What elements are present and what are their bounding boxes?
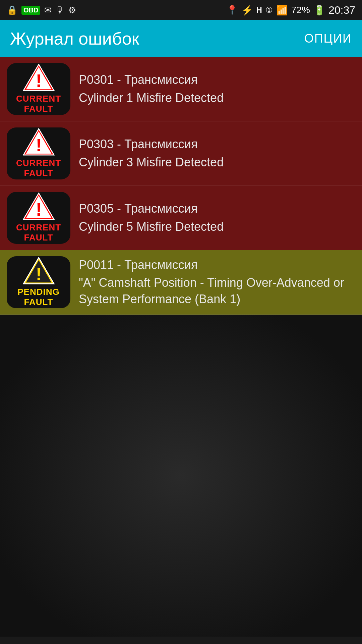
status-bar: 🔒 OBD ✉ 🎙 ⚙ 📍 ⚡ H ① 📶 72% 🔋 20:37 <box>0 0 362 20</box>
mic-icon: 🎙 <box>56 5 64 15</box>
mail-icon: ✉ <box>44 5 52 15</box>
location-icon: 📍 <box>226 5 238 16</box>
app-bar: Журнал ошибок ОПЦИИ <box>0 20 362 57</box>
options-button[interactable]: ОПЦИИ <box>304 32 352 46</box>
svg-text:!: ! <box>36 264 42 283</box>
warning-triangle-3: ! <box>23 193 55 220</box>
lock-icon: 🔒 <box>7 5 17 15</box>
badge-label-current-2: CURRENTFAULT <box>16 158 61 178</box>
fault-desc-3: Cylinder 5 Misfire Detected <box>79 219 355 235</box>
empty-background <box>0 315 362 637</box>
status-icons-left: 🔒 OBD ✉ 🎙 ⚙ <box>7 5 76 15</box>
svg-text:!: ! <box>36 199 42 219</box>
svg-text:!: ! <box>36 135 42 155</box>
fault-text-1: P0301 - Трансмиссия Cylinder 1 Misfire D… <box>79 72 355 106</box>
network-h-icon: H <box>256 5 262 15</box>
fault-desc-1: Cylinder 1 Misfire Detected <box>79 90 355 106</box>
warning-triangle-4: ! <box>23 257 55 284</box>
battery-percentage: 72% <box>291 5 310 15</box>
signal-icon: 📶 <box>276 5 288 16</box>
fault-badge-1: ! CURRENTFAULT <box>7 63 70 115</box>
app-title: Журнал ошибок <box>10 29 139 49</box>
fault-item-4[interactable]: ! PENDINGFAULT P0011 - Трансмиссия "A" C… <box>0 250 362 315</box>
warning-triangle-1: ! <box>23 64 55 91</box>
fault-item-3[interactable]: ! CURRENTFAULT P0305 - Трансмиссия Cylin… <box>0 186 362 250</box>
fault-code-4: P0011 - Трансмиссия <box>79 257 355 273</box>
fault-list: ! CURRENTFAULT P0301 - Трансмиссия Cylin… <box>0 57 362 315</box>
fault-text-4: P0011 - Трансмиссия "A" Camshaft Positio… <box>79 257 355 308</box>
fault-item-1[interactable]: ! CURRENTFAULT P0301 - Трансмиссия Cylin… <box>0 57 362 121</box>
obd-icon: OBD <box>21 6 40 15</box>
fault-text-2: P0303 - Трансмиссия Cylinder 3 Misfire D… <box>79 137 355 170</box>
fault-badge-3: ! CURRENTFAULT <box>7 192 70 244</box>
warning-triangle-2: ! <box>23 128 55 156</box>
fault-badge-4: ! PENDINGFAULT <box>7 256 70 308</box>
sim-icon: ① <box>265 5 273 15</box>
fault-code-2: P0303 - Трансмиссия <box>79 137 355 152</box>
fault-code-3: P0305 - Трансмиссия <box>79 201 355 217</box>
fault-text-3: P0305 - Трансмиссия Cylinder 5 Misfire D… <box>79 201 355 235</box>
fault-code-1: P0301 - Трансмиссия <box>79 72 355 88</box>
status-icons-right: 📍 ⚡ H ① 📶 72% 🔋 20:37 <box>226 4 355 16</box>
svg-text:!: ! <box>36 70 42 90</box>
fault-desc-2: Cylinder 3 Misfire Detected <box>79 154 355 171</box>
battery-icon: 🔋 <box>313 5 325 16</box>
fault-item-2[interactable]: ! CURRENTFAULT P0303 - Трансмиссия Cylin… <box>0 121 362 186</box>
status-time: 20:37 <box>328 4 355 16</box>
fault-desc-4: "A" Camshaft Position - Timing Over-Adva… <box>79 275 355 307</box>
badge-label-current-1: CURRENTFAULT <box>16 94 61 114</box>
badge-label-pending-4: PENDINGFAULT <box>17 287 59 307</box>
badge-label-current-3: CURRENTFAULT <box>16 223 61 243</box>
bluetooth-icon: ⚡ <box>241 5 253 16</box>
settings-icon: ⚙ <box>68 5 76 15</box>
fault-badge-2: ! CURRENTFAULT <box>7 127 70 179</box>
